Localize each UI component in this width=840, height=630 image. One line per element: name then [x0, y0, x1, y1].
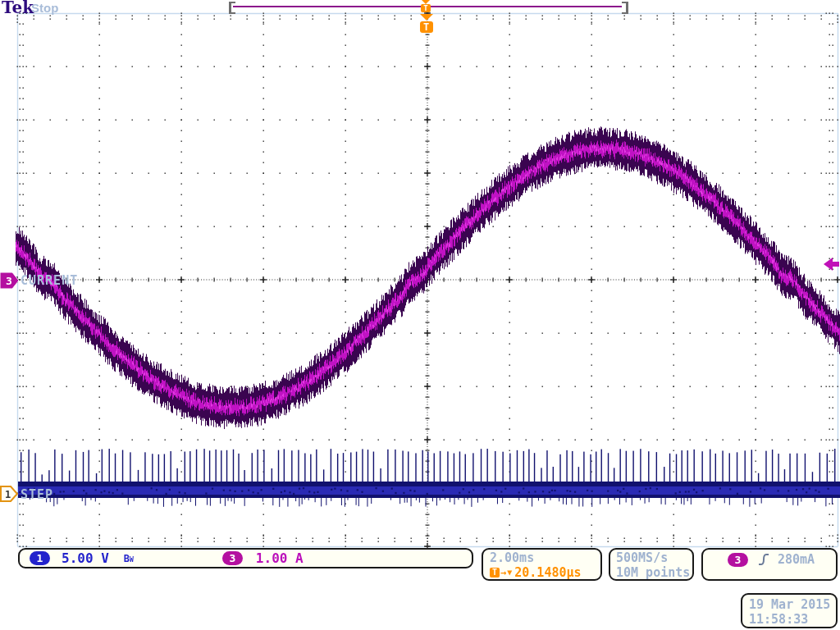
trigger-position-marker: T: [419, 14, 433, 33]
date-readout: 19 Mar 2015: [749, 597, 836, 612]
arrow-right-icon: →: [500, 565, 506, 580]
ch1-vertical-scale: 5.00 V: [62, 550, 109, 566]
trigger-readout-box: 3 280mA: [701, 548, 838, 581]
trigger-t-icon: T: [490, 568, 500, 578]
ch1-waveform-label: STEP: [21, 487, 53, 502]
oscilloscope-screen: Tek Stop T T 3 CURRENT 1 STEP 1 5.00 V B…: [0, 0, 840, 630]
record-length-readout: 10M points: [616, 565, 692, 580]
waveform-display-canvas: [0, 0, 840, 630]
trigger-level-arrow-icon: [824, 258, 840, 272]
record-view-right-bracket-icon: [622, 2, 628, 14]
ch3-badge: 3: [222, 551, 243, 565]
trigger-level-readout: 280mA: [778, 552, 815, 567]
channel-scale-readout-box: 1 5.00 V BW 3 1.00 A: [18, 548, 473, 568]
ch1-position-marker: 1: [0, 486, 19, 502]
triangle-down-icon: ▼: [507, 565, 512, 580]
svg-text:1: 1: [5, 489, 11, 500]
trigger-position-record-icon: T: [420, 0, 431, 12]
ch3-vertical-scale: 1.00 A: [256, 550, 304, 566]
time-readout: 11:58:33: [749, 612, 836, 627]
bandwidth-limit-icon: BW: [124, 553, 134, 564]
trigger-source-badge: 3: [728, 553, 748, 567]
acquisition-status: Stop: [31, 1, 58, 15]
horizontal-readout-box: 2.00ms T → ▼ 20.1480µs: [482, 548, 602, 581]
datetime-box: 19 Mar 2015 11:58:33: [741, 593, 838, 628]
ch1-badge: 1: [30, 551, 50, 565]
timebase-readout: 2.00ms: [490, 550, 600, 565]
sample-rate-readout: 500MS/s: [616, 550, 692, 565]
rising-edge-slope-icon: [758, 553, 769, 566]
trigger-triangle-icon: [420, 14, 433, 21]
svg-text:3: 3: [6, 275, 12, 287]
record-view-left-bracket-icon: [229, 2, 235, 14]
tek-logo: Tek: [2, 0, 34, 17]
trigger-t-icon: T: [420, 21, 433, 33]
trigger-t-icon: T: [421, 4, 431, 12]
ch3-waveform-label: CURRENT: [21, 273, 78, 288]
trigger-delay-readout: 20.1480µs: [514, 565, 581, 580]
acquisition-readout-box: 500MS/s 10M points: [609, 548, 694, 581]
ch3-position-marker: 3: [0, 272, 20, 290]
